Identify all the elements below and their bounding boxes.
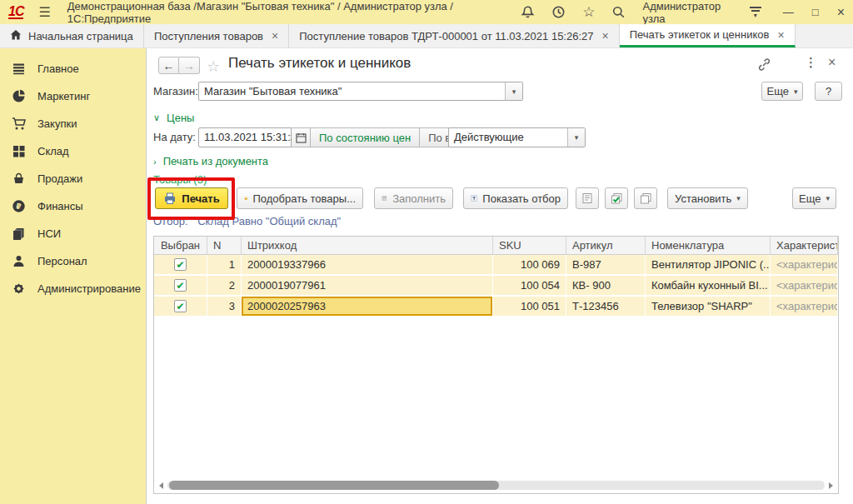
store-select[interactable]: Магазин "Бытовая техника" ▾ bbox=[198, 82, 523, 101]
scrollbar-thumb[interactable] bbox=[169, 481, 499, 490]
chevron-down-icon[interactable]: ▾ bbox=[567, 128, 585, 147]
scroll-left-icon[interactable] bbox=[159, 482, 163, 489]
cell-characteristic[interactable]: <характерист bbox=[771, 255, 838, 274]
more-menu-icon[interactable]: ⋮ bbox=[805, 55, 817, 70]
cell-barcode[interactable]: 2000019077961 bbox=[242, 276, 493, 295]
current-user[interactable]: Администратор узла bbox=[642, 0, 732, 25]
row-checkbox[interactable]: ✔ bbox=[174, 258, 187, 271]
help-button[interactable]: ? bbox=[815, 82, 842, 101]
table-header-row: Выбран N Штрихкод SKU Артикул Номенклату… bbox=[154, 237, 838, 255]
back-button[interactable]: ← bbox=[158, 57, 179, 74]
chevron-down-icon[interactable]: ▾ bbox=[505, 82, 522, 100]
sidebar-item-label: Финансы bbox=[37, 200, 83, 212]
cell-barcode[interactable]: 2000019337966 bbox=[242, 255, 493, 274]
col-header-sku[interactable]: SKU bbox=[493, 237, 566, 254]
print-from-doc-section-header[interactable]: › Печать из документа bbox=[153, 155, 268, 167]
sidebar-item-warehouse[interactable]: Склад bbox=[0, 137, 146, 165]
cell-sku[interactable]: 100 054 bbox=[493, 276, 566, 295]
window-titlebar: 1С ☰ Демонстрационная база /Магазин "Быт… bbox=[0, 0, 853, 24]
show-filter-button[interactable]: Показать отбор bbox=[463, 187, 568, 209]
sidebar-item-administration[interactable]: Администрирование bbox=[0, 275, 146, 302]
row-checkbox[interactable]: ✔ bbox=[174, 300, 187, 312]
sidebar-item-sales[interactable]: Продажи bbox=[0, 165, 146, 192]
button-label: Еще bbox=[767, 85, 789, 97]
tab-print-labels[interactable]: Печать этикеток и ценников × bbox=[620, 24, 796, 47]
chevron-down-icon: ∨ bbox=[153, 112, 160, 123]
sidebar-item-personnel[interactable]: Персонал bbox=[0, 247, 146, 275]
cell-article[interactable]: Т-123456 bbox=[566, 297, 646, 316]
row-checkbox[interactable]: ✔ bbox=[174, 279, 187, 292]
cell-sku[interactable]: 100 069 bbox=[493, 255, 566, 274]
maximize-button[interactable]: □ bbox=[812, 6, 819, 18]
favorite-star-icon[interactable]: ☆ bbox=[207, 57, 220, 76]
date-input[interactable]: 11.03.2021 15:31:37 bbox=[198, 127, 292, 147]
scroll-right-icon[interactable] bbox=[829, 482, 833, 489]
cell-n[interactable]: 2 bbox=[207, 276, 242, 295]
table-row[interactable]: ✔ 2 2000019077961 100 054 КВ- 900 Комбай… bbox=[154, 276, 838, 297]
col-header-nomenclature[interactable]: Номенклатура bbox=[646, 237, 771, 254]
more-actions-button[interactable]: Еще ▾ bbox=[761, 82, 803, 101]
filter-line[interactable]: Отбор: Склад Равно "Общий склад" bbox=[153, 215, 341, 227]
sidebar-item-finance[interactable]: ₽ Финансы bbox=[0, 192, 146, 220]
cell-article[interactable]: B-987 bbox=[566, 255, 646, 274]
sidebar-item-purchases[interactable]: Закупки bbox=[0, 110, 146, 137]
sidebar-item-main[interactable]: Главное bbox=[0, 55, 146, 82]
horizontal-scrollbar[interactable] bbox=[159, 481, 833, 490]
calendar-icon[interactable] bbox=[292, 127, 312, 147]
main-menu-icon[interactable]: ☰ bbox=[38, 4, 50, 20]
cell-nomenclature[interactable]: Вентилятор JIPONIC (... bbox=[646, 255, 771, 274]
print-button[interactable]: Печать bbox=[155, 187, 228, 209]
toolbar-more-button[interactable]: Еще ▾ bbox=[792, 187, 836, 209]
price-kind-select[interactable]: Действующие ▾ bbox=[448, 127, 586, 147]
fill-button[interactable]: Заполнить bbox=[374, 187, 453, 209]
cell-nomenclature[interactable]: Телевизор "SHARP" bbox=[646, 297, 771, 316]
col-header-n[interactable]: N bbox=[207, 237, 242, 254]
select-all-button[interactable] bbox=[605, 187, 628, 209]
tab-close-icon[interactable]: × bbox=[272, 29, 278, 42]
close-form-icon[interactable]: × bbox=[828, 55, 836, 70]
table-row[interactable]: ✔ 3 2000020257963 100 051 Т-123456 Телев… bbox=[154, 297, 838, 317]
pick-goods-button[interactable]: Подобрать товары... bbox=[237, 187, 363, 209]
table-row[interactable]: ✔ 1 2000019337966 100 069 B-987 Вентилят… bbox=[154, 255, 838, 276]
tab-bar: Начальная страница Поступления товаров ×… bbox=[0, 24, 853, 48]
tab-close-icon[interactable]: × bbox=[602, 29, 609, 42]
section-label: Печать из документа bbox=[163, 155, 268, 167]
service-menu-icon[interactable]: ▾ bbox=[750, 7, 761, 17]
toggle-by-price-state[interactable]: По состоянию цен bbox=[310, 127, 420, 147]
search-icon[interactable] bbox=[611, 5, 626, 19]
cell-characteristic[interactable]: <характерист bbox=[771, 276, 838, 295]
col-header-barcode[interactable]: Штрихкод bbox=[242, 237, 493, 254]
gear-icon bbox=[12, 282, 26, 296]
col-header-characteristic[interactable]: Характеристи bbox=[771, 237, 838, 254]
tab-close-icon[interactable]: × bbox=[777, 28, 784, 42]
minimize-button[interactable]: — bbox=[783, 6, 794, 18]
cell-n[interactable]: 3 bbox=[207, 297, 242, 316]
close-window-button[interactable]: × bbox=[837, 5, 845, 20]
clear-selection-button[interactable] bbox=[634, 187, 657, 209]
cell-nomenclature[interactable]: Комбайн кухонный BI... bbox=[646, 276, 771, 295]
select-all-icon bbox=[610, 192, 623, 205]
cell-characteristic[interactable]: <характерист bbox=[771, 297, 838, 316]
output-list-button[interactable] bbox=[576, 187, 599, 209]
tab-goods-receipt-doc[interactable]: Поступление товаров ТДРТ-000001 от 11.03… bbox=[289, 24, 620, 47]
notifications-bell-icon[interactable] bbox=[521, 5, 535, 19]
cell-barcode-focused[interactable]: 2000020257963 bbox=[242, 297, 493, 316]
col-header-article[interactable]: Артикул bbox=[566, 237, 646, 254]
button-label: Печать bbox=[182, 192, 219, 205]
sidebar-item-label: Продажи bbox=[37, 172, 82, 185]
tab-goods-receipts[interactable]: Поступления товаров × bbox=[144, 24, 289, 47]
cell-article[interactable]: КВ- 900 bbox=[566, 276, 646, 295]
cell-sku[interactable]: 100 051 bbox=[493, 297, 566, 316]
col-header-selected[interactable]: Выбран bbox=[154, 237, 207, 254]
sidebar-item-marketing[interactable]: Маркетинг bbox=[0, 82, 146, 110]
tab-home[interactable]: Начальная страница bbox=[0, 24, 144, 47]
favorites-star-icon[interactable]: ☆ bbox=[582, 5, 595, 19]
person-icon bbox=[12, 254, 26, 268]
history-icon[interactable] bbox=[551, 5, 566, 19]
cell-n[interactable]: 1 bbox=[207, 255, 242, 274]
set-button[interactable]: Установить ▾ bbox=[667, 187, 748, 209]
forward-button[interactable]: → bbox=[179, 57, 200, 74]
prices-section-header[interactable]: ∨ Цены bbox=[153, 112, 194, 124]
get-link-icon[interactable] bbox=[757, 57, 771, 74]
sidebar-item-nsi[interactable]: НСИ bbox=[0, 220, 146, 247]
